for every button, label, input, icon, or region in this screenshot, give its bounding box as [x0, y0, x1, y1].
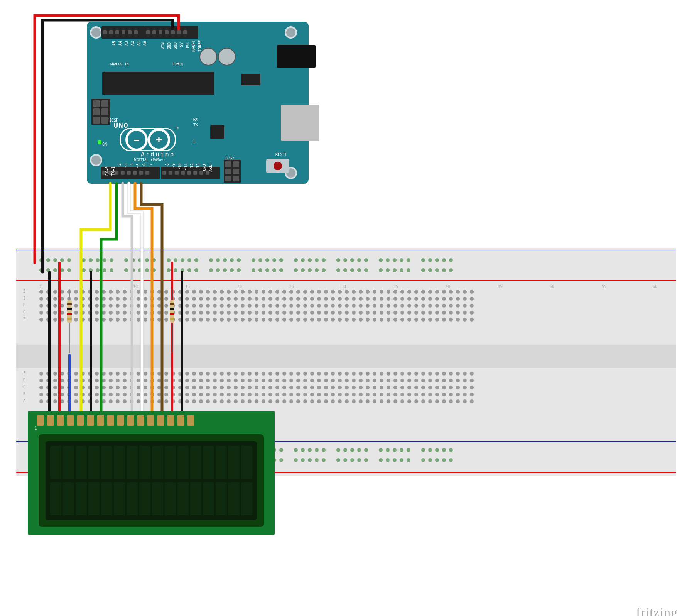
- pin-label: 12: [190, 163, 194, 168]
- pin-label: GND: [173, 42, 177, 49]
- led-label: RX: [193, 117, 198, 122]
- smd-chip: [210, 125, 224, 139]
- lcd-pin: [87, 415, 94, 426]
- group-label: ANALOG IN: [110, 62, 129, 66]
- lcd-pin: [137, 415, 144, 426]
- lcd-pin-row: [37, 415, 194, 426]
- resistor-band: [67, 318, 72, 320]
- lcd-pin: [37, 415, 44, 426]
- bb-channel: [16, 345, 676, 368]
- pin-label: A5: [112, 41, 116, 46]
- arduino-uno-board: IOREF RESET 3V3 5V GND GND VIN A0 A1 A2 …: [87, 22, 309, 184]
- diagram-canvas: IOREF RESET 3V3 5V GND GND VIN A0 A1 A2 …: [8, 8, 677, 616]
- pin-label: ~11: [184, 163, 188, 170]
- pin-label: 2: [117, 163, 122, 166]
- pin-label: 7: [148, 163, 152, 166]
- atmega-chip: [102, 72, 214, 95]
- pin-label: ~6: [142, 163, 146, 168]
- group-label: DIGITAL (PWM=~): [134, 158, 165, 162]
- resistor-band: [170, 308, 174, 310]
- pin-label: ~3: [123, 163, 128, 168]
- pin-label: IOREF: [198, 40, 202, 52]
- led-label: TX: [193, 123, 198, 127]
- capacitor-icon: [199, 48, 217, 66]
- arduino-analog-header: [101, 26, 145, 39]
- pin-label: GND: [167, 42, 171, 49]
- icsp2-header: [224, 160, 241, 183]
- arduino-power-header: [145, 26, 198, 39]
- pin-label: ~10: [177, 163, 182, 170]
- group-label: POWER: [172, 62, 183, 66]
- lcd-pin: [67, 415, 74, 426]
- led-label: ON: [102, 142, 107, 146]
- resistor-band: [67, 303, 72, 305]
- lcd-display: [46, 441, 257, 520]
- lcd-pin: [187, 415, 194, 426]
- lcd-screen-bezel: [39, 434, 264, 527]
- usb-port: [281, 105, 319, 141]
- smd-chip: [241, 74, 260, 85]
- model-label: UNO: [114, 121, 129, 129]
- bb-top-strip: J I H G F: [16, 290, 676, 340]
- lcd-pin: [107, 415, 114, 426]
- lcd-pin1-label: 1: [35, 426, 37, 430]
- resistor-r1: [67, 289, 72, 353]
- lcd-16x2: 1: [28, 411, 275, 535]
- lcd-pin: [147, 415, 154, 426]
- pin-label: A3: [124, 41, 128, 46]
- fritzing-watermark: fritzing: [636, 605, 677, 616]
- arduino-logo-icon: –+: [120, 128, 176, 151]
- resistor-band: [67, 313, 72, 315]
- lcd-pin: [127, 415, 134, 426]
- pin-label: A4: [118, 41, 122, 46]
- pin-label: TX▸1: [111, 166, 115, 176]
- resistor-band: [170, 313, 174, 315]
- pin-label: RX◂0: [105, 166, 109, 176]
- tm-label: TM: [175, 127, 179, 130]
- pin-label: A1: [137, 41, 141, 46]
- lcd-pin: [117, 415, 124, 426]
- pin-label: 4: [130, 163, 134, 166]
- pin-label: 5V: [179, 42, 184, 47]
- resistor-band: [170, 318, 174, 320]
- lcd-pin: [167, 415, 174, 426]
- led-label: L: [193, 139, 196, 143]
- icsp-header: [91, 99, 110, 125]
- pin-label: ~9: [171, 163, 176, 168]
- pin-label: RESET: [192, 40, 196, 52]
- pin-label: 3V3: [186, 42, 190, 49]
- lcd-pin: [47, 415, 54, 426]
- pin-label: GND: [202, 164, 206, 171]
- capacitor-icon: [218, 48, 236, 66]
- resistor-band: [67, 308, 72, 310]
- pin-label: A2: [130, 41, 135, 46]
- pin-label: AREF: [208, 162, 213, 172]
- lcd-pin: [97, 415, 104, 426]
- arduino-digital-header-a: [101, 167, 160, 179]
- bb-top-rail: [16, 251, 676, 282]
- lcd-pin: [57, 415, 64, 426]
- reset-label: RESET: [275, 152, 287, 157]
- brand-label: Arduino: [141, 151, 175, 158]
- lcd-pin: [177, 415, 184, 426]
- icsp2-label: ICSP2: [225, 157, 234, 160]
- reset-button: [266, 159, 289, 173]
- pin-label: ~5: [136, 163, 140, 168]
- resistor-band: [170, 303, 174, 305]
- resistor-r2: [170, 289, 174, 353]
- pin-label: 13: [196, 163, 200, 168]
- lcd-pin: [77, 415, 84, 426]
- lcd-pin: [157, 415, 164, 426]
- pin-label: VIN: [161, 42, 165, 49]
- power-led-icon: [98, 140, 101, 144]
- pin-label: 8: [165, 163, 169, 166]
- pin-label: A0: [143, 41, 147, 46]
- power-jack: [277, 45, 316, 68]
